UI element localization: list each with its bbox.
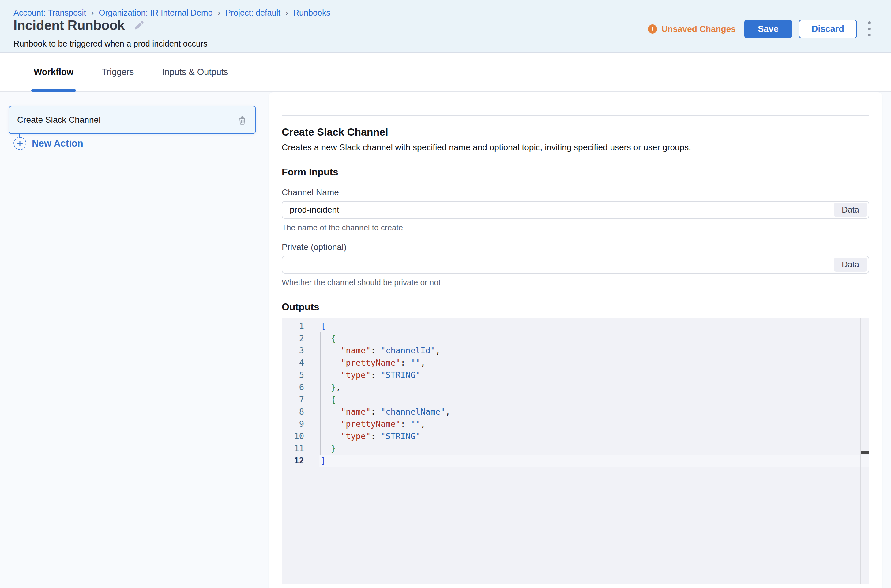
line-number: 2 [282,332,319,345]
channel-name-input[interactable] [282,205,834,215]
channel-name-label: Channel Name [282,188,869,197]
line-number: 12 [282,454,319,467]
discard-button[interactable]: Discard [799,20,857,38]
code-text: "prettyName": "", [319,418,869,430]
line-number: 10 [282,430,319,442]
detail-top-divider [282,115,869,116]
line-number: 11 [282,442,319,454]
code-line: 1[ [282,320,869,332]
field-channel-name: Channel Name Data The name of the channe… [282,188,869,232]
private-data-button[interactable]: Data [834,258,867,272]
code-line: 3 "name": "channelId", [282,345,869,357]
code-text: "type": "STRING" [319,430,869,442]
private-helper: Whether the channel should be private or… [282,278,869,287]
code-line: 10 "type": "STRING" [282,430,869,442]
code-line: 5 "type": "STRING" [282,369,869,381]
new-action-label: New Action [32,138,83,149]
code-line: 9 "prettyName": "", [282,418,869,430]
delete-action-icon[interactable] [237,115,247,125]
code-line: 7 { [282,393,869,406]
more-options-icon[interactable] [865,19,873,39]
page-title: Incident Runbook [14,18,125,33]
line-number: 1 [282,320,319,332]
save-button[interactable]: Save [744,20,792,38]
line-number: 3 [282,345,319,357]
code-line: 11 } [282,442,869,454]
content-area: Create Slack Channel New Action C [0,92,891,588]
runbook-description: Runbook to be triggered when a prod inci… [14,39,207,49]
code-line: 8 "name": "channelName", [282,406,869,418]
line-number: 9 [282,418,319,430]
warning-icon: ! [648,24,657,34]
editor-cursor-marker [861,451,869,454]
breadcrumb-link[interactable]: Account: Transposit [14,8,86,18]
breadcrumb-separator: › [285,8,288,18]
unsaved-changes-status: ! Unsaved Changes [648,24,736,34]
outputs-code-editor[interactable]: 1[2 {3 "name": "channelId",4 "prettyName… [282,318,869,584]
channel-name-input-wrap: Data [282,201,869,219]
breadcrumb-link[interactable]: Project: default [225,8,280,18]
code-text: { [319,393,869,406]
line-number: 8 [282,406,319,418]
channel-name-helper: The name of the channel to create [282,223,869,232]
editor-scrollbar-track[interactable] [860,318,861,584]
new-action-button[interactable]: New Action [14,137,83,150]
private-label: Private (optional) [282,242,869,252]
code-line: 12] [282,454,869,467]
line-number: 6 [282,381,319,393]
code-line: 4 "prettyName": "", [282,357,869,369]
code-text: } [319,442,869,454]
breadcrumb: Account: Transposit›Organization: IR Int… [14,8,330,18]
form-inputs-heading: Form Inputs [282,166,869,178]
line-number: 5 [282,369,319,381]
code-line: 2 { [282,332,869,345]
breadcrumb-link[interactable]: Organization: IR Internal Demo [99,8,212,18]
tab-bar: WorkflowTriggersInputs & Outputs [0,52,891,92]
tab-triggers[interactable]: Triggers [87,52,148,91]
action-description: Creates a new Slack channel with specifi… [282,142,869,152]
workflow-panel: Create Slack Channel New Action [0,92,269,588]
code-text: }, [319,381,869,393]
field-private: Private (optional) Data Whether the chan… [282,242,869,287]
channel-name-data-button[interactable]: Data [834,203,867,217]
page-header: Account: Transposit›Organization: IR Int… [0,0,891,52]
plus-icon [14,137,26,150]
action-card-label: Create Slack Channel [17,115,101,125]
edit-title-icon[interactable] [134,20,144,31]
breadcrumb-separator: › [218,8,220,18]
action-card-create-slack-channel[interactable]: Create Slack Channel [9,106,256,134]
tab-workflow[interactable]: Workflow [20,52,87,91]
code-text: ] [319,454,869,467]
line-number: 4 [282,357,319,369]
code-text: "name": "channelId", [319,345,869,357]
breadcrumb-link[interactable]: Runbooks [293,8,330,18]
private-input[interactable] [282,260,834,270]
code-text: "name": "channelName", [319,406,869,418]
private-input-wrap: Data [282,256,869,273]
unsaved-changes-label: Unsaved Changes [661,24,736,34]
code-text: [ [319,320,869,332]
code-text: { [319,332,869,345]
outputs-heading: Outputs [282,302,869,313]
line-number: 7 [282,393,319,406]
tab-inputs-outputs[interactable]: Inputs & Outputs [148,52,242,91]
action-detail-panel: Create Slack Channel Creates a new Slack… [269,92,882,588]
indent-guide [320,332,321,454]
action-title: Create Slack Channel [282,126,869,138]
code-line: 6 }, [282,381,869,393]
breadcrumb-separator: › [91,8,94,18]
code-text: "prettyName": "", [319,357,869,369]
code-text: "type": "STRING" [319,369,869,381]
